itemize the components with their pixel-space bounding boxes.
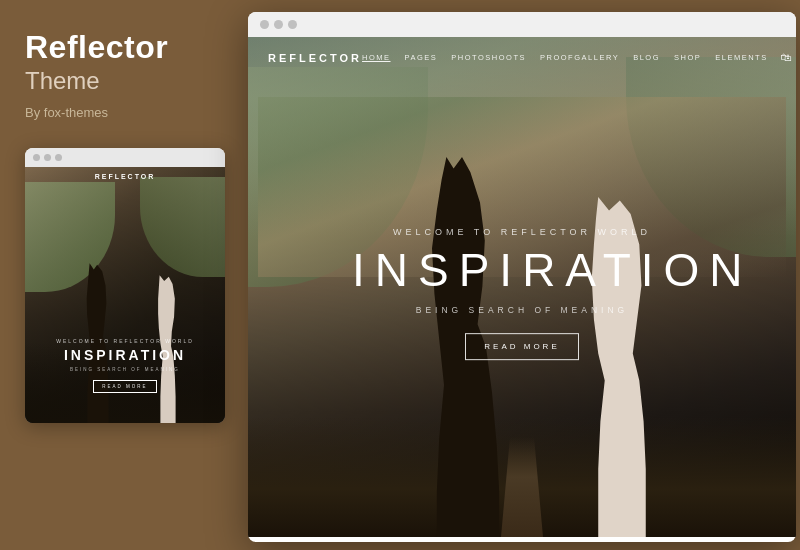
browser-content: REFLECTOR HOME PAGES PHOTOSHOOTS PROOFGA…	[248, 37, 796, 537]
brand-author: By fox-themes	[25, 105, 108, 120]
main-browser: REFLECTOR HOME PAGES PHOTOSHOOTS PROOFGA…	[248, 12, 796, 542]
hero-subtitle: BEING SEARCH OF MEANING	[352, 305, 692, 315]
browser-dot-2	[274, 20, 283, 29]
nav-brand: REFLECTOR	[268, 52, 362, 64]
browser-dot-3	[288, 20, 297, 29]
mini-dot-3	[55, 154, 62, 161]
nav-link-shop[interactable]: SHOP	[674, 53, 701, 62]
mini-nav-brand: REFLECTOR	[95, 173, 156, 180]
nav-links: HOME PAGES PHOTOSHOOTS PROOFGALLERY BLOG…	[362, 53, 768, 62]
nav-icons: 🛍 🔍	[780, 51, 796, 64]
brand-title: Reflector	[25, 30, 168, 65]
cart-icon[interactable]: 🛍	[780, 51, 791, 64]
mini-subheadline: BEING SEARCH OF MEANING	[35, 367, 215, 372]
nav-link-blog[interactable]: BLOG	[633, 53, 660, 62]
site-navigation: REFLECTOR HOME PAGES PHOTOSHOOTS PROOFGA…	[248, 37, 796, 78]
brand-subtitle: Theme	[25, 67, 100, 95]
mini-cta-button[interactable]: READ MORE	[93, 380, 156, 393]
mini-browser-bar	[25, 148, 225, 167]
mini-content-area: WELCOME TO REFLECTOR WORLD INSPIRATION B…	[25, 338, 225, 393]
hero-cta-button[interactable]: READ MORE	[465, 333, 578, 360]
browser-dot-1	[260, 20, 269, 29]
mini-dot-2	[44, 154, 51, 161]
mini-nav: REFLECTOR	[25, 167, 225, 186]
hero-tagline: WELCOME TO REFLECTOR WORLD	[352, 227, 692, 237]
nav-link-pages[interactable]: PAGES	[405, 53, 438, 62]
hero-title: INSPIRATION	[352, 247, 692, 293]
mini-browser: REFLECTOR WELCOME TO REFLECTOR WORLD INS…	[25, 148, 225, 423]
hero-text: WELCOME TO REFLECTOR WORLD INSPIRATION B…	[352, 227, 692, 360]
left-panel: Reflector Theme By fox-themes REFLECTOR	[0, 0, 245, 550]
nav-link-home[interactable]: HOME	[362, 53, 391, 62]
mini-tagline: WELCOME TO REFLECTOR WORLD	[35, 338, 215, 344]
nav-link-proofgallery[interactable]: PROOFGALLERY	[540, 53, 619, 62]
mini-headline: INSPIRATION	[35, 348, 215, 363]
mini-browser-content: REFLECTOR WELCOME TO REFLECTOR WORLD INS…	[25, 167, 225, 423]
nav-link-elements[interactable]: ELEMENTS	[715, 53, 767, 62]
mini-dot-1	[33, 154, 40, 161]
browser-bar	[248, 12, 796, 37]
nav-link-photoshoots[interactable]: PHOTOSHOOTS	[451, 53, 526, 62]
